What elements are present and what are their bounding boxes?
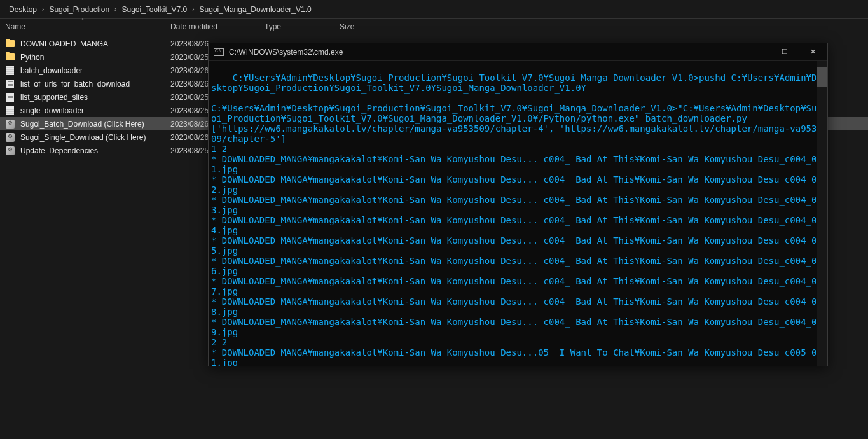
column-headers: Name ˄ Date modified Type Size <box>0 19 868 34</box>
terminal-scrollbar[interactable] <box>817 61 827 366</box>
col-header-date[interactable]: Date modified <box>165 19 259 34</box>
batch-file-icon <box>5 132 15 143</box>
file-name: Sugoi_Batch_Download (Click Here) <box>20 120 165 129</box>
batch-file-icon <box>5 146 15 156</box>
text-file-icon <box>5 92 15 102</box>
terminal-window[interactable]: C:\WINDOWS\system32\cmd.exe — ☐ ✕ C:¥Use… <box>208 43 828 366</box>
script-file-icon <box>5 66 15 76</box>
breadcrumb-item[interactable]: Sugoi_Production <box>46 5 112 14</box>
chevron-right-icon: › <box>189 6 196 13</box>
file-name: Sugoi_Single_Download (Click Here) <box>20 133 165 142</box>
window-buttons: — ☐ ✕ <box>741 43 827 61</box>
col-header-size[interactable]: Size <box>334 19 868 34</box>
close-button[interactable]: ✕ <box>799 43 827 61</box>
script-file-icon <box>5 106 15 116</box>
col-header-name-label: Name <box>5 22 25 31</box>
terminal-titlebar[interactable]: C:\WINDOWS\system32\cmd.exe — ☐ ✕ <box>209 43 827 61</box>
file-name: list_supported_sites <box>20 93 165 102</box>
file-name: DOWNLOADED_MANGA <box>20 39 165 48</box>
text-file-icon <box>5 79 15 89</box>
batch-file-icon <box>5 119 15 129</box>
col-header-type[interactable]: Type <box>259 19 334 34</box>
scrollbar-thumb[interactable] <box>817 67 827 87</box>
maximize-button[interactable]: ☐ <box>770 43 799 61</box>
folder-icon <box>5 52 15 62</box>
sort-asc-icon: ˄ <box>81 18 84 24</box>
cmd-icon <box>214 48 224 56</box>
chevron-right-icon: › <box>112 6 119 13</box>
col-header-date-label: Date modified <box>170 22 217 31</box>
file-name: Python <box>20 53 165 62</box>
minimize-button[interactable]: — <box>741 43 770 61</box>
chevron-right-icon: › <box>39 6 46 13</box>
col-header-name[interactable]: Name ˄ <box>0 19 165 34</box>
file-name: list_of_urls_for_batch_download <box>20 80 165 88</box>
file-name: Update_Dependencies <box>20 146 165 155</box>
file-name: batch_downloader <box>20 66 165 75</box>
terminal-output: C:¥Users¥Admin¥Desktop¥Sugoi_Production¥… <box>211 73 822 366</box>
breadcrumb: Desktop›Sugoi_Production›Sugoi_Toolkit_V… <box>0 0 868 19</box>
terminal-title: C:\WINDOWS\system32\cmd.exe <box>229 48 741 57</box>
folder-icon <box>5 39 15 49</box>
file-name: single_downloader <box>20 106 165 115</box>
col-header-type-label: Type <box>265 22 281 31</box>
breadcrumb-item[interactable]: Sugoi_Toolkit_V7.0 <box>119 5 189 14</box>
terminal-body[interactable]: C:¥Users¥Admin¥Desktop¥Sugoi_Production¥… <box>209 61 827 366</box>
breadcrumb-item[interactable]: Sugoi_Manga_Downloader_V1.0 <box>197 5 314 14</box>
breadcrumb-item[interactable]: Desktop <box>6 5 39 14</box>
col-header-size-label: Size <box>340 22 354 31</box>
